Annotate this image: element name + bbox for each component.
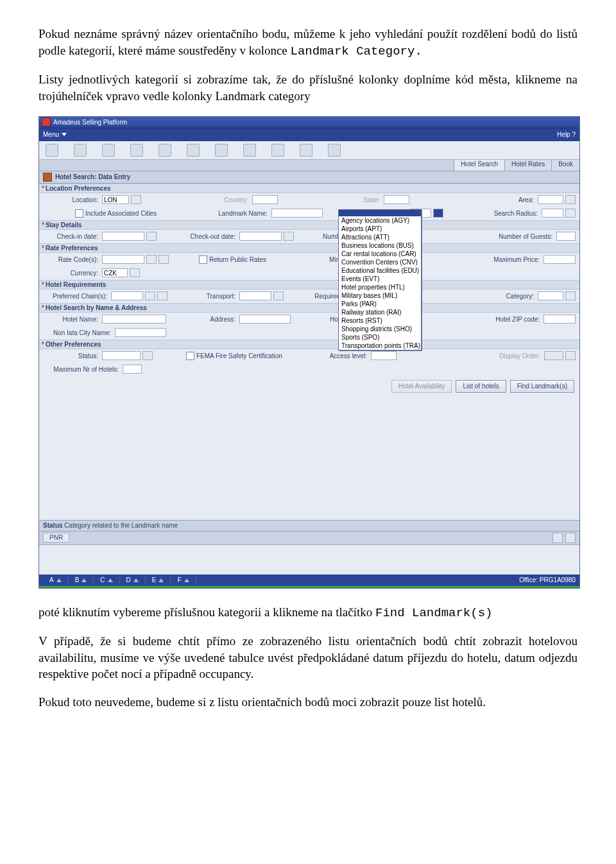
footer-tab[interactable]: E [146,576,171,583]
dropdown-item[interactable]: Events (EVT) [339,275,421,283]
toolbar-icon[interactable] [158,144,171,157]
tab-hotel-search[interactable]: Hotel Search [454,160,504,171]
checkout-input[interactable] [239,232,282,241]
return-public-checkbox[interactable] [199,255,207,264]
state-input[interactable] [384,195,409,204]
dropdown-item[interactable]: Railway station (RAI) [339,308,421,316]
dropdown-item[interactable]: Shopping districts (SHO) [339,325,421,333]
lookup-button[interactable] [146,255,157,264]
pref-chain-input[interactable] [111,291,143,300]
dropdown-item[interactable]: Agency locations (AGY) [339,216,421,225]
dropdown-item[interactable]: Transportation points (TRA) [339,341,421,350]
dropdown-item[interactable]: Airports (APT) [339,225,421,233]
currency-input[interactable] [102,268,128,277]
landmark-category-dropdown[interactable]: Agency locations (AGY) Airports (APT) At… [338,209,422,350]
dropdown-item[interactable]: Educational facilities (EDU) [339,266,421,275]
breadcrumb-text: Hotel Search: Data Entry [55,173,130,180]
unit-dropdown[interactable] [565,209,576,218]
search-radius-input[interactable] [542,209,563,218]
lookup-button[interactable] [565,291,576,300]
lookup-button[interactable] [565,195,576,204]
section-rate: *Rate Preferences [39,243,579,253]
toolbar-icon[interactable] [74,144,87,157]
calendar-icon[interactable] [284,232,294,241]
dropdown-item[interactable]: Resorts (RST) [339,316,421,325]
dropdown-item[interactable]: Sports (SPO) [339,333,421,341]
area-input[interactable] [538,195,563,204]
toolbar-icon[interactable] [46,144,58,157]
toolbar-icon[interactable] [187,144,200,157]
hotel-zip-input[interactable] [543,315,576,324]
row-rate2: Currency: [39,266,579,280]
lookup-button[interactable] [142,351,153,360]
toolbar-icon[interactable] [271,144,284,157]
lookup-button[interactable] [158,255,169,264]
transport-input[interactable] [239,291,271,300]
menu-item[interactable]: Menu [43,131,59,138]
popout-icon[interactable] [565,533,576,543]
max-price-input[interactable] [543,255,576,264]
location-input[interactable] [102,195,129,204]
paragraph-5: Pokud toto neuvedeme, budeme si z listu … [38,694,578,711]
footer-tab[interactable]: C [94,576,119,583]
assoc-cities-checkbox[interactable] [75,209,83,218]
footer-tab[interactable]: F [171,576,196,583]
toolbar-icon[interactable] [300,144,312,157]
hotel-availability-button[interactable]: Hotel Availability [391,380,452,393]
lookup-button[interactable] [273,291,284,300]
label: Status: [43,352,100,359]
toolbar-icon[interactable] [243,144,256,157]
status-input[interactable] [102,351,141,360]
footer-tab[interactable]: D [120,576,146,583]
pnr-bar: PNR [39,531,579,545]
tab-book[interactable]: Book [551,160,579,171]
lookup-button[interactable] [130,268,140,277]
category-input[interactable] [538,291,563,300]
hotel-name-input[interactable] [102,315,166,324]
tab-hotel-rates[interactable]: Hotel Rates [504,160,551,171]
list-of-hotels-button[interactable]: List of hotels [456,380,506,393]
dropdown-item[interactable]: Business locations (BUS) [339,241,421,250]
toolbar-icon[interactable] [130,144,143,157]
action-buttons-row: Hotel Availability List of hotels Find L… [39,376,579,398]
label: State: [303,196,382,203]
help-link[interactable]: Help ? [557,131,576,138]
rate-codes-input[interactable] [102,255,144,264]
section-other: *Other Preferences [39,340,579,349]
dropdown-item[interactable]: Hotel properties (HTL) [339,283,421,291]
footer-tab[interactable]: A [43,576,69,583]
row-landmark: Include Associated Cities Landmark Name:… [39,207,579,220]
calendar-icon[interactable] [146,232,157,241]
landmark-category-dropdown-button[interactable] [433,209,443,218]
landmark-name-input[interactable] [271,209,323,218]
paragraph-3: poté kliknutím vybereme příslušnou kateg… [38,604,578,622]
expand-icon[interactable] [552,533,563,543]
non-iata-city-input[interactable] [115,328,166,337]
max-hotels-input[interactable] [123,365,142,374]
lookup-button[interactable] [145,291,155,300]
chevron-down-icon [62,133,67,136]
office-label: Office: PRG1A0980 [519,576,576,583]
lookup-button[interactable] [131,195,141,204]
checkin-input[interactable] [102,232,144,241]
dropdown-item[interactable]: Attractions (ATT) [339,233,421,241]
country-input[interactable] [252,195,278,204]
toolbar-icon[interactable] [215,144,228,157]
guests-input[interactable] [556,232,576,241]
access-level-input[interactable] [371,351,397,360]
toolbar-icon[interactable] [328,144,341,157]
section-location: *Location Preferences [39,184,579,193]
paragraph-4: V případě, že si budeme chtít přímo ze z… [38,633,578,682]
dropdown-item[interactable]: Military bases (MIL) [339,291,421,300]
find-landmarks-button[interactable]: Find Landmark(s) [510,380,574,393]
toolbar-icon[interactable] [102,144,115,157]
pnr-tab[interactable]: PNR [43,533,69,542]
footer-tab[interactable]: B [69,576,94,583]
dropdown-item[interactable]: Car rental locations (CAR) [339,250,421,258]
address-input[interactable] [239,315,291,324]
dropdown-item[interactable]: Convention Centers (CNV) [339,258,421,266]
fema-checkbox[interactable] [186,352,194,360]
label: Maximum Price: [475,256,542,263]
dropdown-item[interactable]: Parks (PAR) [339,300,421,308]
lookup-button[interactable] [157,291,167,300]
